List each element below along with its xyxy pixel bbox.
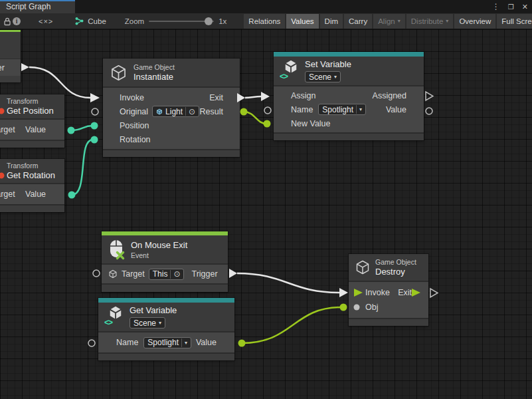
variable-scope-dropdown[interactable]: Scene ▾ — [305, 71, 341, 82]
zoom-label: Zoom — [125, 17, 144, 25]
exit-port-label: Exit — [209, 93, 223, 102]
wire-getvariable-value-to-destroy-obj[interactable] — [242, 307, 341, 343]
name-value-row: Name Spotlight ▾ Value — [98, 332, 234, 352]
exit-port-label: Exit — [398, 288, 412, 297]
variable-scope-dropdown[interactable]: Scene ▾ — [130, 317, 165, 329]
on-mouse-exit-target-port[interactable] — [93, 270, 100, 277]
lock-button[interactable] — [3, 15, 12, 28]
target-port-label: Target — [0, 125, 15, 134]
node-title: Set Variable — [305, 59, 351, 69]
distribute-button[interactable]: Distribute ▾ — [406, 14, 454, 29]
set-variable-assign-port[interactable] — [261, 92, 270, 101]
object-picker-icon[interactable]: ⊙ — [189, 108, 195, 116]
value-port-label: Value — [25, 190, 46, 199]
value-port-label: Value — [25, 125, 46, 134]
get-variable-value-port[interactable] — [238, 340, 246, 347]
wire-instantiate-exit-to-setvariable-assign[interactable] — [245, 96, 261, 98]
node-title: Destroy — [375, 267, 416, 277]
target-port-label: Target — [122, 269, 145, 279]
wire-getposition-value-to-instantiate-position[interactable] — [71, 126, 93, 130]
set-variable-name-port[interactable] — [264, 107, 271, 114]
cube-icon — [110, 64, 128, 82]
dim-button[interactable]: Dim — [320, 14, 343, 29]
destroy-obj-wire-end[interactable] — [340, 304, 347, 311]
wire-instantiate-result-to-setvariable-newvalue[interactable] — [244, 112, 266, 124]
info-button[interactable]: i — [12, 15, 21, 28]
target-value-row: Target Value — [0, 184, 64, 204]
wires-layer — [0, 29, 532, 399]
node-get-variable[interactable]: <> Get Variable Scene ▾ Name Spotlight ▾ — [98, 298, 234, 360]
edit-graph-button[interactable]: <×> — [29, 17, 62, 25]
variable-icon: <> — [280, 59, 299, 82]
graph-canvas[interactable]: Trigger Transform Get Position Target Va… — [0, 29, 532, 399]
variable-icon: <> — [105, 305, 124, 328]
node-hidden-event[interactable]: Trigger — [0, 30, 21, 82]
target-value-row: Target Value — [0, 120, 64, 140]
invoke-port-label: Invoke — [365, 288, 390, 297]
destroy-exit-port[interactable] — [430, 289, 438, 297]
graph-breadcrumb[interactable]: Cube — [74, 17, 106, 25]
node-header: Transform Get Rotation — [0, 159, 64, 183]
tab-title: Script Graph — [6, 2, 50, 11]
get-position-value-port[interactable] — [68, 127, 75, 134]
window-maximize-icon[interactable]: ❐ — [508, 3, 514, 11]
instantiate-result-port[interactable] — [240, 108, 248, 116]
get-variable-name-port[interactable] — [88, 340, 95, 346]
gameobject-icon — [156, 108, 163, 115]
instantiate-invoke-port[interactable] — [90, 93, 100, 102]
instantiate-original-port[interactable] — [92, 108, 98, 115]
overview-button[interactable]: Overview — [454, 14, 495, 29]
trigger-port-label: Trigger — [191, 269, 217, 279]
node-get-rotation[interactable]: Transform Get Rotation Target Value — [0, 159, 64, 212]
node-footer — [274, 134, 424, 140]
get-rotation-value-port[interactable] — [68, 192, 76, 199]
window-close-icon[interactable]: ✕ — [522, 3, 528, 11]
wire-getrotation-value-to-instantiate-rotation[interactable] — [72, 140, 93, 195]
node-on-mouse-exit[interactable]: On Mouse Exit Event Target This ⊙ Trigge… — [102, 231, 228, 292]
original-object-field[interactable]: Light ⊙ — [152, 106, 199, 117]
chevron-down-icon: ▾ — [398, 14, 400, 29]
node-title: Get Rotation — [7, 170, 55, 180]
on-mouse-exit-trigger-port[interactable] — [229, 269, 237, 278]
node-category: Transform — [7, 97, 54, 105]
chevron-down-icon: ▾ — [185, 340, 187, 346]
target-object-field[interactable]: This ⊙ — [149, 269, 185, 280]
hidden-event-trigger-port[interactable] — [21, 63, 29, 71]
set-variable-value-port[interactable] — [426, 108, 432, 114]
result-port-label: Result — [200, 107, 223, 116]
node-footer — [0, 141, 64, 148]
zoom-slider[interactable] — [149, 21, 214, 22]
instantiate-position-port[interactable] — [91, 122, 98, 130]
node-instantiate[interactable]: Game Object Instantiate Invoke Exit Orig… — [103, 59, 240, 157]
node-destroy[interactable]: Game Object Destroy Invoke Exit Obj — [349, 254, 428, 326]
fullscreen-button[interactable]: Full Screen — [497, 14, 532, 29]
destroy-invoke-wire-arrow[interactable] — [339, 288, 348, 297]
chevron-down-icon: ▾ — [334, 74, 337, 80]
wire-event-trigger-to-instantiate-invoke[interactable] — [29, 67, 90, 98]
node-header — [0, 32, 21, 59]
node-set-variable[interactable]: <> Set Variable Scene ▾ Assign Assigned — [274, 52, 424, 140]
window-menu-icon[interactable]: ⋮ — [492, 2, 500, 11]
values-button[interactable]: Values — [286, 14, 318, 29]
set-variable-new-value-port[interactable] — [264, 120, 271, 128]
info-icon: i — [12, 17, 21, 26]
node-title: On Mouse Exit — [131, 240, 187, 250]
instantiate-rotation-port[interactable] — [91, 136, 98, 144]
tab-script-graph[interactable]: Script Graph — [0, 0, 75, 13]
variable-name-dropdown[interactable]: Spotlight ▾ — [318, 104, 366, 115]
target-port-label: Target — [0, 190, 15, 199]
trigger-row: Trigger — [0, 59, 21, 76]
set-variable-assigned-port[interactable] — [426, 92, 433, 100]
relations-button[interactable]: Relations — [244, 14, 285, 29]
rotation-port-label: Rotation — [120, 135, 151, 144]
object-picker-icon[interactable]: ⊙ — [173, 270, 180, 278]
wire-mouseexit-trigger-to-destroy-invoke[interactable] — [237, 273, 339, 293]
zoom-slider-handle[interactable] — [205, 17, 213, 25]
align-button[interactable]: Align ▾ — [373, 14, 405, 29]
carry-button[interactable]: Carry — [344, 14, 372, 29]
variable-name-dropdown[interactable]: Spotlight ▾ — [143, 337, 191, 348]
node-category: Game Object — [133, 63, 175, 71]
node-footer — [98, 354, 234, 360]
node-get-position[interactable]: Transform Get Position Target Value — [0, 94, 64, 148]
node-header: Game Object Instantiate — [103, 59, 240, 86]
